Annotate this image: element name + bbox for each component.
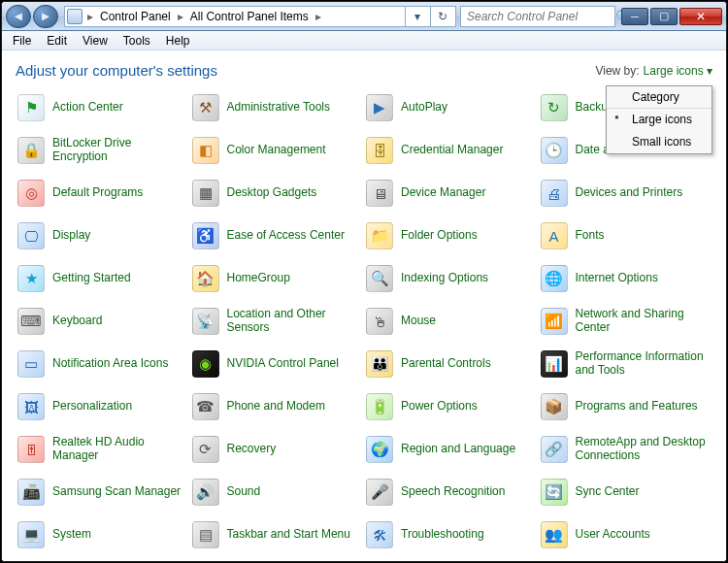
cp-item-taskbar-and-start-menu[interactable]: ▤Taskbar and Start Menu xyxy=(190,519,365,550)
breadcrumb-arrow-0[interactable]: ▸ xyxy=(175,10,186,23)
refresh-button[interactable]: ↻ xyxy=(430,6,453,27)
cp-item-autoplay[interactable]: ▶AutoPlay xyxy=(364,92,539,123)
cp-item-label: Speech Recognition xyxy=(401,485,505,499)
menu-view[interactable]: View xyxy=(76,32,115,50)
cp-item-default-programs[interactable]: ◎Default Programs xyxy=(16,178,190,209)
window-maximize-button[interactable]: ▢ xyxy=(650,8,678,25)
cp-item-keyboard[interactable]: ⌨Keyboard xyxy=(16,306,190,337)
cp-item-mouse[interactable]: 🖱Mouse xyxy=(364,306,539,337)
personal-icon: 🖼 xyxy=(17,393,45,420)
cp-item-realtek-hd-audio-manager[interactable]: 🎚Realtek HD Audio Manager xyxy=(16,434,190,465)
breadcrumb-0[interactable]: Control Panel xyxy=(98,10,173,23)
cp-item-administrative-tools[interactable]: ⚒Administrative Tools xyxy=(190,92,365,123)
breadcrumb-1[interactable]: All Control Panel Items xyxy=(188,10,311,23)
power-icon: 🔋 xyxy=(366,393,393,420)
flag-icon: ⚑ xyxy=(17,94,45,121)
titlebar: ◄ ► ▸ Control Panel ▸ All Control Panel … xyxy=(2,2,726,31)
page-title: Adjust your computer's settings xyxy=(16,62,217,79)
cp-item-label: Ease of Access Center xyxy=(227,229,345,243)
cp-item-label: Display xyxy=(52,229,90,243)
cp-item-location-and-other-sensors[interactable]: 📡Location and Other Sensors xyxy=(190,306,365,337)
scan-icon: 📠 xyxy=(17,479,45,506)
display-icon: 🖵 xyxy=(17,222,45,249)
menu-file[interactable]: File xyxy=(6,32,38,50)
cp-item-label: Taskbar and Start Menu xyxy=(227,528,350,542)
cp-item-color-management[interactable]: ◧Color Management xyxy=(190,135,365,166)
cp-item-getting-started[interactable]: ★Getting Started xyxy=(16,263,190,294)
cp-item-recovery[interactable]: ⟳Recovery xyxy=(190,434,365,465)
cp-item-label: User Accounts xyxy=(576,528,650,542)
cp-item-user-accounts[interactable]: 👥User Accounts xyxy=(539,519,713,550)
cp-item-label: Recovery xyxy=(227,443,277,456)
cp-item-display[interactable]: 🖵Display xyxy=(16,220,190,251)
nav-back-button[interactable]: ◄ xyxy=(6,5,31,28)
cp-item-samsung-scan-manager[interactable]: 📠Samsung Scan Manager xyxy=(16,477,190,508)
cp-item-remoteapp-and-desktop-connections[interactable]: 🔗RemoteApp and Desktop Connections xyxy=(539,434,713,465)
search-input[interactable] xyxy=(465,9,615,24)
cp-item-speech-recognition[interactable]: 🎤Speech Recognition xyxy=(364,477,539,508)
cp-item-bitlocker-drive-encryption[interactable]: 🔒BitLocker Drive Encryption xyxy=(16,135,190,166)
cp-item-label: Getting Started xyxy=(52,272,131,285)
system-icon: 💻 xyxy=(17,521,45,548)
menu-edit[interactable]: Edit xyxy=(40,32,74,50)
backup-icon: ↻ xyxy=(541,94,568,121)
fonts-icon: A xyxy=(541,222,568,249)
nav-forward-button[interactable]: ► xyxy=(33,5,58,28)
cp-item-label: Parental Controls xyxy=(401,357,491,371)
menu-tools[interactable]: Tools xyxy=(116,32,157,50)
folder-icon: 📁 xyxy=(366,222,393,249)
cp-item-network-and-sharing-center[interactable]: 📶Network and Sharing Center xyxy=(539,306,713,337)
cp-item-parental-controls[interactable]: 👪Parental Controls xyxy=(364,348,539,380)
keyboard-icon: ⌨ xyxy=(17,308,45,335)
globe-icon: 🌐 xyxy=(541,265,568,292)
defprog-icon: ◎ xyxy=(17,180,45,207)
cp-item-homegroup[interactable]: 🏠HomeGroup xyxy=(190,263,365,294)
address-dropdown-button[interactable]: ▾ xyxy=(405,6,428,27)
cp-item-region-and-language[interactable]: 🌍Region and Language xyxy=(364,434,539,465)
cp-item-label: Folder Options xyxy=(401,229,478,243)
cp-item-programs-and-features[interactable]: 📦Programs and Features xyxy=(539,391,713,422)
cp-item-nvidia-control-panel[interactable]: ◉NVIDIA Control Panel xyxy=(190,348,365,380)
view-option-category[interactable]: Category xyxy=(607,86,711,109)
cp-item-folder-options[interactable]: 📁Folder Options xyxy=(364,220,539,251)
window-minimize-button[interactable]: ─ xyxy=(621,8,648,25)
view-by-menu: CategoryLarge iconsSmall icons xyxy=(606,85,712,154)
cp-item-device-manager[interactable]: 🖥Device Manager xyxy=(364,178,539,209)
cp-item-ease-of-access-center[interactable]: ♿Ease of Access Center xyxy=(190,220,365,251)
menu-help[interactable]: Help xyxy=(159,32,197,50)
breadcrumb-root-arrow[interactable]: ▸ xyxy=(84,10,96,23)
cp-item-label: Performance Information and Tools xyxy=(576,350,711,378)
view-option-small-icons[interactable]: Small icons xyxy=(607,131,711,153)
cp-item-performance-information-and-tools[interactable]: 📊Performance Information and Tools xyxy=(539,348,713,380)
cp-item-credential-manager[interactable]: 🗄Credential Manager xyxy=(364,135,539,166)
cp-item-power-options[interactable]: 🔋Power Options xyxy=(364,391,539,422)
view-option-large-icons[interactable]: Large icons xyxy=(607,109,711,131)
mouse-icon: 🖱 xyxy=(366,308,393,335)
address-bar[interactable]: ▸ Control Panel ▸ All Control Panel Item… xyxy=(64,6,456,27)
cp-item-sync-center[interactable]: 🔄Sync Center xyxy=(539,477,713,508)
search-box[interactable]: 🔍 xyxy=(460,6,615,27)
cp-item-indexing-options[interactable]: 🔍Indexing Options xyxy=(364,263,539,294)
cp-item-internet-options[interactable]: 🌐Internet Options xyxy=(539,263,713,294)
cp-item-troubleshooting[interactable]: 🛠Troubleshooting xyxy=(364,519,539,550)
cp-item-notification-area-icons[interactable]: ▭Notification Area Icons xyxy=(16,348,190,380)
cp-item-label: Action Center xyxy=(52,101,123,115)
cp-item-desktop-gadgets[interactable]: ▦Desktop Gadgets xyxy=(190,178,365,209)
parental-icon: 👪 xyxy=(366,350,393,378)
cp-item-fonts[interactable]: AFonts xyxy=(539,220,713,251)
cp-item-label: Administrative Tools xyxy=(227,101,331,115)
window-close-button[interactable]: ✕ xyxy=(679,8,722,25)
cp-item-system[interactable]: 💻System xyxy=(16,519,190,550)
cp-item-personalization[interactable]: 🖼Personalization xyxy=(16,391,190,422)
control-panel-grid: ⚑Action Center⚒Administrative Tools▶Auto… xyxy=(16,92,712,561)
cp-item-label: Network and Sharing Center xyxy=(576,308,711,335)
cp-item-devices-and-printers[interactable]: 🖨Devices and Printers xyxy=(539,178,713,209)
breadcrumb-arrow-1[interactable]: ▸ xyxy=(313,10,324,23)
play-icon: ▶ xyxy=(366,94,393,121)
cp-item-phone-and-modem[interactable]: ☎Phone and Modem xyxy=(190,391,365,422)
recovery-icon: ⟳ xyxy=(192,436,219,463)
view-by-dropdown[interactable]: Large icons ▾ xyxy=(644,64,712,78)
cp-item-sound[interactable]: 🔊Sound xyxy=(190,477,365,508)
cp-item-action-center[interactable]: ⚑Action Center xyxy=(16,92,190,123)
region-icon: 🌍 xyxy=(366,436,393,463)
